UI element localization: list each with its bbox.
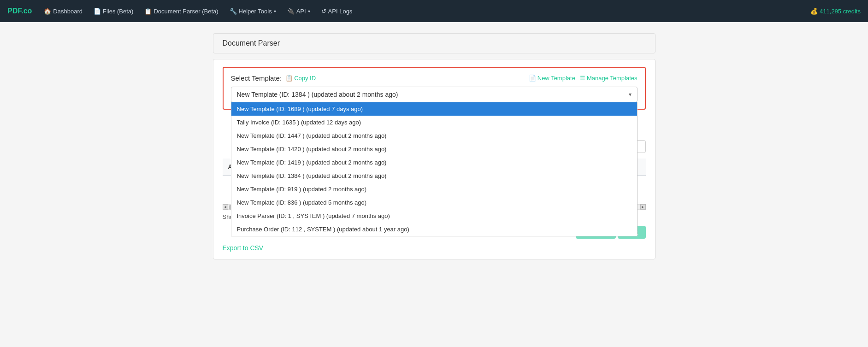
dropdown-item-8[interactable]: Invoice Parser (ID: 1 , SYSTEM ) (update… — [231, 209, 637, 223]
scroll-left-arrow[interactable]: ◂ — [223, 204, 228, 210]
select-template-box: Select Template: 📋 Copy ID 📄 New Templat… — [223, 67, 646, 110]
dropdown-item-6[interactable]: New Template (ID: 919 ) (updated 2 month… — [231, 182, 637, 196]
copy-id-button[interactable]: 📋 Copy ID — [285, 75, 316, 82]
selected-template-text: New Template (ID: 1384 ) (updated about … — [237, 91, 398, 98]
new-template-icon: 📄 — [529, 75, 536, 82]
dropdown-item-1[interactable]: Tally Invoice (ID: 1635 ) (updated 12 da… — [231, 116, 637, 129]
wrench-icon: 🔧 — [230, 8, 237, 15]
api-logs-icon: ↺ — [321, 8, 326, 15]
api-icon: 🔌 — [287, 8, 295, 15]
dropdown-item-7[interactable]: New Template (ID: 836 ) (updated 5 month… — [231, 196, 637, 209]
file-icon: 📄 — [94, 8, 101, 15]
api-dropdown-icon: ▾ — [308, 9, 310, 14]
nav-files[interactable]: 📄 Files (Beta) — [89, 5, 138, 18]
dashboard-icon: 🏠 — [44, 8, 51, 15]
nav-api-logs[interactable]: ↺ API Logs — [317, 5, 357, 18]
helper-dropdown-icon: ▾ — [274, 9, 276, 14]
dropdown-item-9[interactable]: Purchase Order (ID: 112 , SYSTEM ) (upda… — [231, 223, 637, 236]
manage-templates-icon: ☰ — [580, 75, 585, 82]
scroll-right-arrow[interactable]: ▸ — [640, 204, 646, 210]
template-select-wrapper: New Template (ID: 1384 ) (updated about … — [231, 87, 638, 102]
document-parser-icon: 📋 — [144, 8, 152, 15]
page-title: Document Parser — [213, 33, 655, 53]
manage-templates-link[interactable]: ☰ Manage Templates — [580, 75, 638, 82]
nav-dashboard[interactable]: 🏠 Dashboard — [39, 5, 87, 18]
dropdown-item-0[interactable]: New Template (ID: 1689 ) (updated 7 days… — [231, 102, 637, 116]
main-container: Document Parser Select Template: 📋 Copy … — [204, 22, 665, 271]
dropdown-item-5[interactable]: New Template (ID: 1384 ) (updated about … — [231, 169, 637, 182]
export-csv-link[interactable]: Export to CSV — [223, 244, 264, 252]
copy-icon: 📋 — [285, 75, 293, 82]
brand-logo[interactable]: PDF.co — [7, 7, 32, 15]
nav-document-parser[interactable]: 📋 Document Parser (Beta) — [140, 5, 223, 18]
navbar: PDF.co 🏠 Dashboard 📄 Files (Beta) 📋 Docu… — [0, 0, 868, 22]
credits-icon: 💰 — [810, 8, 818, 15]
credits-display: 💰 411,295 credits — [810, 8, 861, 15]
nav-helper-tools[interactable]: 🔧 Helper Tools ▾ — [225, 5, 281, 18]
template-section: Select Template: 📋 Copy ID 📄 New Templat… — [213, 59, 655, 259]
dropdown-arrow-icon: ▾ — [629, 91, 632, 98]
dropdown-item-4[interactable]: New Template (ID: 1419 ) (updated about … — [231, 156, 637, 169]
dropdown-item-2[interactable]: New Template (ID: 1447 ) (updated about … — [231, 129, 637, 142]
new-template-link[interactable]: 📄 New Template — [529, 75, 575, 82]
template-select-display[interactable]: New Template (ID: 1384 ) (updated about … — [231, 87, 638, 102]
template-actions: 📄 New Template ☰ Manage Templates — [529, 75, 638, 82]
template-label: Select Template: 📋 Copy ID — [231, 74, 316, 82]
nav-api[interactable]: 🔌 API ▾ — [283, 5, 315, 18]
dropdown-item-3[interactable]: New Template (ID: 1420 ) (updated about … — [231, 142, 637, 156]
template-header: Select Template: 📋 Copy ID 📄 New Templat… — [231, 74, 638, 82]
template-dropdown-list: New Template (ID: 1689 ) (updated 7 days… — [231, 102, 638, 236]
